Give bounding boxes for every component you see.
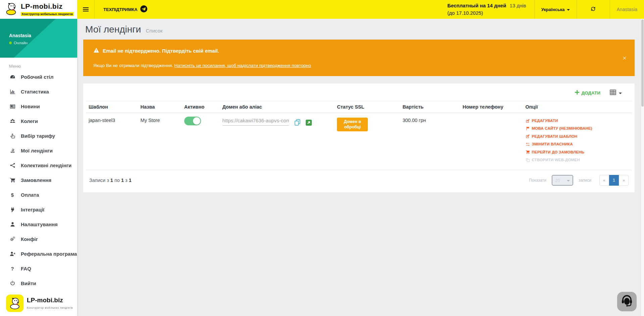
sidebar-item-logout[interactable]: Вийти [0, 276, 77, 291]
support-label: ТЕХПІДТРИМКА [103, 7, 138, 12]
records-label: записи [579, 178, 591, 183]
pagination-next[interactable]: » [619, 175, 629, 186]
column-settings-button[interactable] [610, 89, 622, 96]
page-header: Мої лендінги Список [83, 19, 635, 40]
sidebar-item-label: Колеги [21, 118, 38, 124]
table-header-row: Шаблон Назва Активно Домен або аліас Ста… [86, 101, 632, 113]
scrollbar-thumb[interactable] [641, 19, 644, 107]
language-selector[interactable]: Українська [534, 0, 577, 19]
sidebar-item-config[interactable]: Конфіг [0, 232, 77, 246]
support-link[interactable]: ТЕХПІДТРИМКА [95, 0, 156, 19]
app-logo[interactable]: LP-mobi.biz Конструктор мобильных лендин… [0, 0, 77, 19]
dog-logo-icon [4, 2, 18, 17]
sidebar-profile: Anastasia Онлайн [0, 19, 77, 58]
headset-icon [621, 295, 633, 308]
table-footer: Записи з 1 по 1 з 1 Показати 20 записи «… [86, 170, 632, 188]
footer-logo-title: LP-mobi.biz [27, 297, 63, 304]
sidebar-item-label: Вибір тарифу [21, 133, 55, 139]
sidebar-item-settings[interactable]: Налаштування [0, 217, 77, 232]
dog-logo-icon [6, 295, 23, 312]
sidebar-item-label: Замовлення [21, 177, 51, 183]
option-label: МОВА САЙТУ (НЕЗМІНЮВАНЕ) [532, 125, 592, 131]
pagination-prev[interactable]: « [599, 175, 609, 186]
trial-days-left: 13 днів [510, 3, 526, 8]
sidebar-item-collective-landings[interactable]: Колективні лендінги [0, 158, 77, 173]
newspaper-icon [9, 104, 16, 109]
add-button[interactable]: ДОДАТИ [575, 90, 600, 96]
col-options: Опції [523, 101, 632, 113]
option-change-owner[interactable]: ЗМІНИТИ ВЛАСНИКА [526, 141, 629, 147]
cell-price: 300.00 грн [400, 113, 460, 168]
sidebar-item-label: Конфіг [21, 236, 38, 242]
main-content: Мої лендінги Список Email не підтверджен… [77, 19, 641, 316]
page-size-select[interactable]: 20 [552, 175, 573, 186]
option-label: ПЕРЕЙТИ ДО ЗАМОВЛЕНЬ [532, 149, 585, 155]
stack-icon [9, 148, 16, 153]
sidebar-item-integrations[interactable]: Інтеграції [0, 202, 77, 217]
sidebar-item-statistics[interactable]: Статистика [0, 84, 77, 99]
telegram-icon[interactable] [140, 5, 147, 13]
plus-icon [575, 90, 579, 96]
sidebar-item-payment[interactable]: $ Оплата [0, 187, 77, 202]
option-site-language[interactable]: МОВА САЙТУ (НЕЗМІНЮВАНЕ) [526, 125, 629, 131]
refresh-button[interactable] [584, 6, 603, 13]
option-edit-template[interactable]: РЕДАГУВАТИ ШАБЛОН [526, 133, 629, 139]
alert-title: Email не підтверджено. Підтвердіть свій … [103, 48, 219, 54]
cell-phone [460, 113, 523, 168]
grid-icon [610, 89, 616, 96]
sidebar-item-tariff[interactable]: Вибір тарифу [0, 128, 77, 143]
resend-confirmation-link[interactable]: Натисніть це посилання, щоб надіслати пі… [175, 63, 311, 68]
sidebar-item-referral[interactable]: Реферальна програма [0, 246, 77, 261]
option-label: РЕДАГУВАТИ [532, 118, 558, 124]
sidebar-item-orders[interactable]: Замовлення [0, 173, 77, 187]
chevron-down-icon [567, 178, 570, 183]
sidebar-item-label: Статистика [21, 89, 49, 94]
sidebar-item-label: Мої лендінги [21, 148, 53, 153]
power-icon [9, 280, 16, 286]
active-toggle[interactable] [184, 117, 201, 125]
close-icon[interactable]: × [623, 55, 627, 61]
copy-icon[interactable] [294, 119, 301, 127]
sidebar-item-label: Реферальна програма [21, 251, 77, 257]
hamburger-menu-icon[interactable] [77, 0, 95, 19]
user-menu[interactable]: Anastasia [610, 0, 644, 19]
sidebar-item-dashboard[interactable]: Робочий стіл [0, 69, 77, 84]
trial-until: (до 17.10.2025) [447, 9, 526, 17]
support-chat-button[interactable] [617, 292, 637, 311]
sidebar-footer-logo[interactable]: LP-mobi.biz Конструктор мобільних лендін… [5, 293, 74, 314]
sidebar: Anastasia Онлайн Меню Робочий стіл Стати… [0, 19, 77, 316]
scrollbar[interactable] [641, 19, 644, 316]
sidebar-item-colleagues[interactable]: Колеги [0, 114, 77, 128]
landings-table: Шаблон Назва Активно Домен або аліас Ста… [86, 101, 632, 168]
open-site-icon[interactable] [306, 120, 312, 126]
logo-subtitle: Конструктор мобильных лендингов [21, 12, 74, 16]
col-ssl: Статус SSL [334, 101, 400, 113]
option-label: РЕДАГУВАТИ ШАБЛОН [532, 133, 578, 139]
option-label: СТВОРИТИ WEB-ДОМЕН [532, 157, 580, 163]
warning-icon [93, 48, 99, 54]
col-domain: Домен або аліас [220, 101, 335, 113]
row-options: РЕДАГУВАТИ МОВА САЙТУ (НЕЗМІНЮВАНЕ) РЕДА… [526, 118, 629, 163]
edit-icon [526, 134, 530, 138]
sidebar-item-news[interactable]: Новини [0, 99, 77, 114]
sidebar-item-my-landings[interactable]: Мої лендінги [0, 143, 77, 158]
sidebar-item-label: Робочий стіл [21, 74, 54, 80]
cell-template: japan-steel3 [86, 113, 138, 168]
cart-icon [526, 150, 530, 154]
page-subtitle: Список [146, 28, 162, 34]
cart-icon [9, 177, 16, 183]
pagination-page-1[interactable]: 1 [609, 175, 619, 186]
profile-status: Онлайн [14, 41, 28, 45]
sidebar-item-faq[interactable]: ? FAQ [0, 261, 77, 276]
users-icon [9, 118, 16, 124]
landings-card: ДОДАТИ Шаблон Назва Активно [83, 83, 635, 192]
sidebar-item-label: Новини [21, 104, 40, 109]
refresh-icon [590, 6, 596, 13]
option-go-to-orders[interactable]: ПЕРЕЙТИ ДО ЗАМОВЛЕНЬ [526, 149, 629, 155]
domain-input[interactable] [222, 118, 289, 126]
option-edit[interactable]: РЕДАГУВАТИ [526, 118, 629, 124]
add-button-label: ДОДАТИ [581, 90, 600, 96]
exchange-icon [526, 142, 530, 146]
sidebar-item-label: Інтеграції [21, 207, 44, 212]
card-toolbar: ДОДАТИ [86, 87, 632, 101]
